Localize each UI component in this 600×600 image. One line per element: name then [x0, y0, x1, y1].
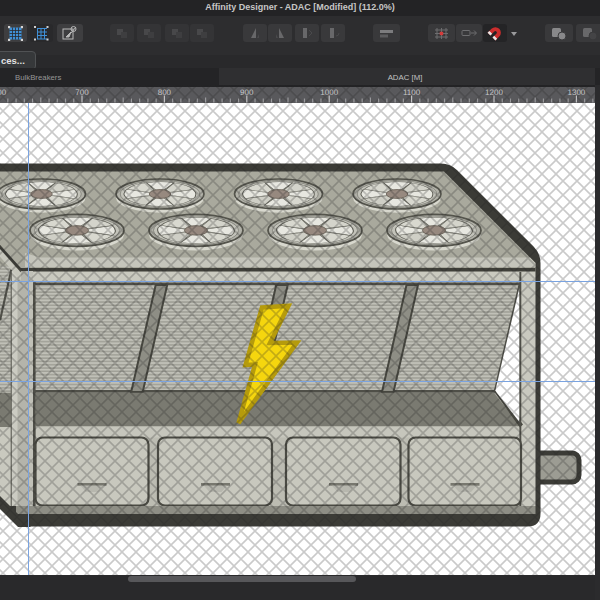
svg-text:700: 700 [75, 88, 89, 97]
svg-text:600: 600 [0, 88, 7, 97]
svg-text:1300: 1300 [568, 88, 586, 97]
svg-text:1000: 1000 [320, 88, 338, 97]
svg-text:900: 900 [240, 88, 254, 97]
svg-text:1100: 1100 [403, 88, 421, 97]
svg-text:1200: 1200 [485, 88, 503, 97]
svg-text:800: 800 [158, 88, 172, 97]
